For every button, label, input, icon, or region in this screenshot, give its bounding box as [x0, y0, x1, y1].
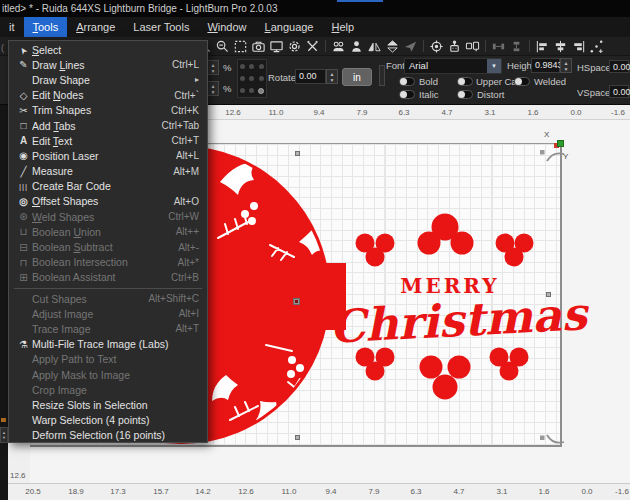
- align-center-icon[interactable]: [553, 39, 568, 54]
- menu-bar: itToolsArrangeLaser ToolsWindowLanguageH…: [0, 17, 630, 37]
- height-percent-spinner[interactable]: ▲▼: [207, 81, 219, 96]
- menu-item-icon: [15, 118, 32, 133]
- menu-item-label: Resize Slots in Selection: [32, 399, 191, 411]
- frame-select-icon[interactable]: [233, 39, 248, 54]
- menu-item[interactable]: Resize Slots in Selection ▸: [9, 397, 207, 412]
- mini-slider[interactable]: [379, 65, 385, 86]
- x-axis-label: X: [544, 130, 549, 139]
- menu-item[interactable]: Adjust Image Alt+I ▸: [9, 306, 207, 321]
- vspace-input[interactable]: 0.00: [609, 85, 629, 98]
- menu-item-icon: [15, 178, 32, 194]
- menu-item[interactable]: Cut Shapes Alt+Shift+C ▸: [9, 291, 207, 306]
- menu-item[interactable]: Trim Shapes Ctrl+K ▸: [9, 103, 207, 118]
- send-file-icon[interactable]: [403, 39, 418, 54]
- welded-toggle[interactable]: [514, 77, 530, 86]
- speech-icon[interactable]: [465, 39, 480, 54]
- menu-item[interactable]: Create Bar Code ▸: [9, 179, 207, 194]
- menu-item[interactable]: Draw Shape ▸: [9, 72, 207, 87]
- selection-center-marker[interactable]: [293, 298, 300, 305]
- menu-item[interactable]: Weld Shapes Ctrl+W ▸: [9, 209, 207, 224]
- menu-item[interactable]: Select ▸: [9, 42, 207, 57]
- focus-target-icon[interactable]: [429, 39, 444, 54]
- menu-item-label: Draw Shape: [32, 74, 182, 86]
- menu-item-shortcut: Ctrl+L: [172, 59, 199, 70]
- monitor-icon[interactable]: [269, 39, 284, 54]
- align-left-icon[interactable]: [535, 39, 550, 54]
- menu-item[interactable]: Multi-File Trace Image (Labs) ▸: [9, 337, 207, 352]
- units-button[interactable]: in: [342, 68, 372, 86]
- menu-item[interactable]: Edit Nodes Ctrl+` ▸: [9, 88, 207, 103]
- height-input[interactable]: 0.9843: [531, 58, 560, 73]
- distort-toggle[interactable]: [457, 90, 473, 99]
- menu-item-shortcut: Ctrl+`: [174, 90, 199, 101]
- menu-item-icon: [15, 270, 32, 285]
- font-dropdown-arrow-icon[interactable]: ▼: [487, 59, 501, 73]
- menubar-item[interactable]: Help: [322, 17, 363, 37]
- flip-vertical-icon[interactable]: [385, 39, 400, 54]
- menubar-item[interactable]: Language: [256, 17, 323, 37]
- menu-item[interactable]: Boolean Union Alt++ ▸: [9, 224, 207, 239]
- bold-label: Bold: [419, 76, 438, 87]
- menu-item[interactable]: Edit Text Ctrl+T ▸: [9, 133, 207, 148]
- italic-toggle[interactable]: [399, 90, 415, 99]
- menubar-item[interactable]: it: [0, 17, 24, 37]
- menu-item[interactable]: Crop Image ▸: [9, 382, 207, 397]
- menubar-item[interactable]: Laser Tools: [124, 17, 198, 37]
- rotate-spinner[interactable]: ▲▼: [326, 69, 338, 84]
- tools-icon[interactable]: [305, 39, 320, 54]
- user-icon[interactable]: [349, 39, 364, 54]
- left-spinner[interactable]: ▲▼: [0, 427, 8, 443]
- menu-item-label: Apply Mask to Image: [32, 369, 191, 381]
- distribute-horizontal-icon[interactable]: [491, 39, 506, 54]
- zoom-out-icon[interactable]: [215, 39, 230, 54]
- robot-icon[interactable]: [447, 39, 462, 54]
- width-percent-spinner[interactable]: ▲▼: [207, 60, 219, 75]
- menu-item[interactable]: Trace Image Alt+T ▸: [9, 321, 207, 336]
- flip-horizontal-icon[interactable]: [367, 39, 382, 54]
- ruler-number: 17.3: [110, 487, 126, 496]
- welded-label: Welded: [534, 76, 566, 87]
- align-right-icon[interactable]: [571, 39, 586, 54]
- menu-item[interactable]: Apply Path to Text ▸: [9, 352, 207, 367]
- rotate-input[interactable]: 0.00: [295, 69, 326, 84]
- move-dots-icon[interactable]: [589, 39, 604, 54]
- menu-item[interactable]: Boolean Intersection Alt+* ▸: [9, 255, 207, 270]
- menu-item-shortcut: Alt+-: [178, 242, 199, 253]
- menu-item-icon: [15, 164, 32, 179]
- selection-handle-top[interactable]: [295, 151, 300, 156]
- menu-item[interactable]: Boolean Assistant Ctrl+B ▸: [9, 270, 207, 285]
- menubar-item[interactable]: Tools: [24, 17, 68, 37]
- hspace-input[interactable]: 0.00: [609, 60, 629, 73]
- submenu-arrow-icon: ▸: [195, 75, 199, 84]
- selection-handle-bottom[interactable]: [295, 435, 300, 440]
- menu-item-label: Measure: [32, 165, 165, 177]
- menu-item-shortcut: Alt+T: [175, 323, 199, 334]
- users-icon[interactable]: [331, 39, 346, 54]
- menu-item[interactable]: Measure Alt+M ▸: [9, 164, 207, 179]
- menu-item[interactable]: Warp Selection (4 points) ▸: [9, 413, 207, 428]
- menu-item[interactable]: Add Tabs Ctrl+Tab ▸: [9, 118, 207, 133]
- menu-item-icon: [15, 194, 32, 209]
- distribute-vertical-icon[interactable]: [509, 39, 524, 54]
- menu-item-label: Crop Image: [32, 384, 191, 396]
- menu-item[interactable]: Draw Lines Ctrl+L ▸: [9, 57, 207, 72]
- menu-item-icon: [15, 209, 32, 224]
- font-select[interactable]: Arial ▼: [404, 58, 502, 74]
- anchor-point-grid[interactable]: [237, 59, 267, 98]
- menu-item[interactable]: Offset Shapes Alt+O ▸: [9, 194, 207, 209]
- gear-icon[interactable]: [287, 39, 302, 54]
- menu-item[interactable]: Position Laser Alt+L ▸: [9, 148, 207, 163]
- menu-item-shortcut: Alt++: [176, 226, 199, 237]
- bold-toggle[interactable]: [399, 77, 415, 86]
- menubar-item[interactable]: Arrange: [67, 17, 124, 37]
- height-spinner[interactable]: ▲▼: [560, 58, 572, 73]
- camera-icon[interactable]: [251, 39, 266, 54]
- menu-item[interactable]: Boolean Subtract Alt+- ▸: [9, 239, 207, 254]
- menu-item[interactable]: Apply Mask to Image ▸: [9, 367, 207, 382]
- menu-item[interactable]: Deform Selection (16 points) ▸: [9, 428, 207, 443]
- menu-item-shortcut: Alt+*: [178, 257, 199, 268]
- selection-handle-right[interactable]: [546, 292, 551, 297]
- upper-case-toggle[interactable]: [457, 77, 473, 86]
- menubar-item[interactable]: Window: [198, 17, 255, 37]
- ruler-number: 11.0: [269, 108, 284, 117]
